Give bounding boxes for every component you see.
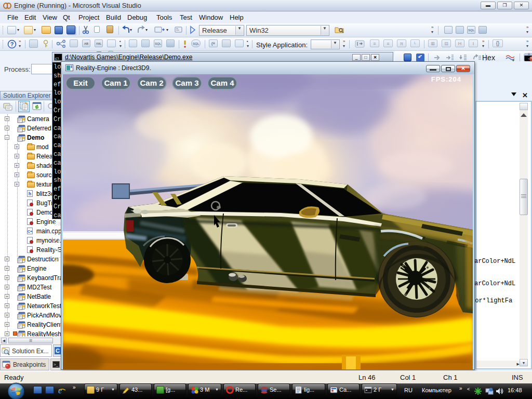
svg-text:?: ? bbox=[10, 41, 14, 47]
